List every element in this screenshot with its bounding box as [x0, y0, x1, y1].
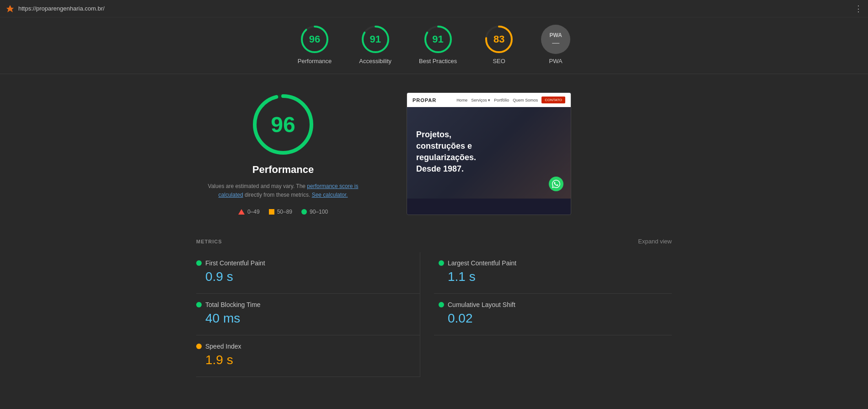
metric-fcp: First Contentful Paint 0.9 s — [196, 252, 420, 294]
score-label-accessibility: Accessibility — [359, 58, 391, 65]
metric-tbt: Total Blocking Time 40 ms — [196, 294, 420, 335]
hero-line3: regularizações. — [416, 153, 476, 162]
score-seo[interactable]: 83 SEO — [484, 25, 514, 65]
metrics-grid: First Contentful Paint 0.9 s Largest Con… — [196, 252, 672, 377]
score-label-performance: Performance — [298, 58, 332, 65]
big-score-number: 96 — [271, 112, 295, 137]
score-best-practices[interactable]: 91 Best Practices — [419, 25, 457, 65]
preview-hero-text: Projetos, construções e regularizações. … — [416, 129, 562, 175]
score-accessibility[interactable]: 91 Accessibility — [359, 25, 391, 65]
legend-average: 50–89 — [269, 209, 292, 215]
preview-nav: PROPAR Home Serviços ▾ Portfólio Quem So… — [407, 93, 571, 107]
preview-logo: PROPAR — [413, 97, 436, 103]
pass-icon — [301, 209, 307, 215]
metric-lcp-value: 1.1 s — [439, 269, 672, 284]
average-icon — [269, 209, 274, 215]
big-score-circle: 96 — [251, 92, 315, 156]
score-circle-accessibility: 91 — [361, 25, 390, 54]
hero-line1: Projetos, — [416, 130, 451, 139]
more-icon[interactable]: ⋮ — [854, 4, 863, 14]
preview-contact-btn: CONTATO — [541, 97, 565, 103]
metric-cls: Cumulative Layout Shift 0.02 — [434, 294, 672, 335]
svg-marker-0 — [6, 5, 14, 12]
metric-si-header: Speed Index — [196, 343, 406, 350]
score-label-best-practices: Best Practices — [419, 58, 457, 65]
metric-tbt-value: 40 ms — [196, 311, 406, 326]
metrics-section: METRICS Expand view First Contentful Pai… — [196, 238, 672, 377]
score-value-seo: 83 — [493, 33, 504, 45]
pwa-circle: PWA — — [541, 25, 570, 54]
metric-cls-name: Cumulative Layout Shift — [448, 301, 515, 308]
preview-hero: Projetos, construções e regularizações. … — [407, 107, 571, 199]
pwa-label: PWA — [549, 32, 562, 38]
preview-whatsapp — [549, 177, 563, 191]
hero-line4: Desde 1987. — [416, 164, 464, 173]
calculator-link[interactable]: See calculator. — [312, 192, 348, 198]
metric-si: Speed Index 1.9 s — [196, 335, 420, 377]
score-value-accessibility: 91 — [370, 33, 380, 45]
big-score-title: Performance — [252, 164, 314, 176]
expand-view-button[interactable]: Expand view — [638, 238, 672, 245]
score-circle-best-practices: 91 — [423, 25, 453, 54]
score-value-best-practices: 91 — [432, 33, 443, 45]
scores-header: 96 Performance 91 Accessibility 91 Best … — [0, 17, 868, 74]
metric-fcp-value: 0.9 s — [196, 269, 406, 284]
fail-icon — [238, 209, 245, 215]
score-circle-performance: 96 — [300, 25, 329, 54]
pwa-dash: — — [552, 39, 559, 47]
preview-menu-services: Serviços ▾ — [471, 98, 490, 102]
metric-tbt-header: Total Blocking Time — [196, 301, 406, 308]
score-label-seo: SEO — [493, 58, 505, 65]
metric-si-value: 1.9 s — [196, 353, 406, 367]
metric-fcp-dot — [196, 260, 202, 266]
metric-cls-dot — [439, 302, 444, 307]
metric-cls-value: 0.02 — [439, 311, 672, 326]
preview-menu-home: Home — [456, 98, 467, 102]
metric-si-name: Speed Index — [205, 343, 241, 350]
content-wrapper: 96 Performance Values are estimated and … — [160, 92, 708, 377]
top-bar-left: https://proparengenharia.com.br/ — [5, 4, 105, 13]
metrics-title: METRICS — [196, 239, 222, 244]
metric-lcp-header: Largest Contentful Paint — [439, 259, 672, 267]
metric-tbt-dot — [196, 302, 202, 307]
legend-fail: 0–49 — [238, 209, 260, 215]
top-bar: https://proparengenharia.com.br/ ⋮ — [0, 0, 868, 17]
metric-cls-header: Cumulative Layout Shift — [439, 301, 672, 308]
metric-lcp-dot — [439, 260, 444, 266]
website-preview: PROPAR Home Serviços ▾ Portfólio Quem So… — [407, 92, 571, 215]
metric-tbt-name: Total Blocking Time — [205, 301, 261, 308]
fail-range: 0–49 — [247, 209, 260, 215]
legend-pass: 90–100 — [301, 209, 328, 215]
preview-menu-portfolio: Portfólio — [494, 98, 509, 102]
score-performance[interactable]: 96 Performance — [298, 25, 332, 65]
metric-lcp-name: Largest Contentful Paint — [448, 259, 516, 267]
average-range: 50–89 — [277, 209, 292, 215]
preview-hero-content: Projetos, construções e regularizações. … — [416, 129, 562, 177]
top-section: 96 Performance Values are estimated and … — [196, 92, 672, 215]
metric-fcp-header: First Contentful Paint — [196, 259, 406, 267]
preview-menu: Home Serviços ▾ Portfólio Quem Somos CON… — [456, 97, 565, 103]
score-label-pwa: PWA — [549, 58, 563, 65]
url-text: https://proparengenharia.com.br/ — [18, 5, 105, 12]
score-circle-seo: 83 — [484, 25, 514, 54]
score-pwa[interactable]: PWA — PWA — [541, 25, 570, 65]
lighthouse-icon — [5, 4, 15, 13]
main-content: 96 Performance Values are estimated and … — [0, 74, 868, 409]
big-score-section: 96 Performance Values are estimated and … — [196, 92, 370, 215]
metric-si-dot — [196, 344, 202, 349]
hero-line2: construções e — [416, 141, 472, 151]
metrics-header: METRICS Expand view — [196, 238, 672, 245]
pass-range: 90–100 — [310, 209, 328, 215]
metric-fcp-name: First Contentful Paint — [205, 259, 265, 267]
score-legend: 0–49 50–89 90–100 — [238, 209, 328, 215]
preview-menu-about: Quem Somos — [513, 98, 538, 102]
score-value-performance: 96 — [309, 33, 320, 45]
description-text: Values are estimated and may vary. The p… — [205, 182, 361, 199]
metric-lcp: Largest Contentful Paint 1.1 s — [434, 252, 672, 294]
